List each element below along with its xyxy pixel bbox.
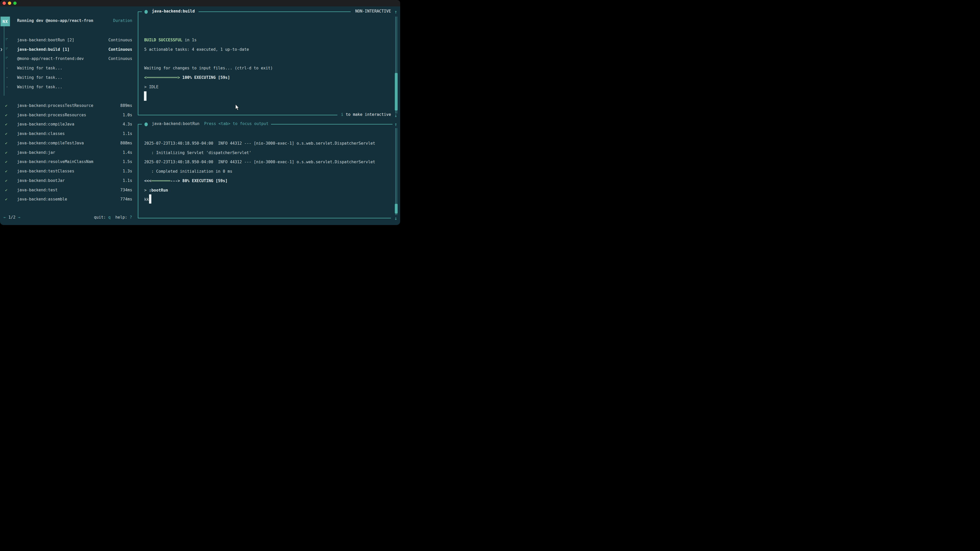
running-task-list: ⠋ java-backend:bootRun [2] Continuous ❯ … <box>0 35 132 92</box>
log-line: 2025-07-23T13:40:18.950-04:00 INFO 44312… <box>144 139 394 148</box>
output-line: 5 actionable tasks: 4 executed, 1 up-to-… <box>144 44 394 54</box>
pane1-scroll-up-icon[interactable]: ↑ <box>393 10 399 14</box>
log-line: : Initializing Servlet 'dispatcherServle… <box>144 148 394 157</box>
task-row[interactable]: ✔ java-backend:processTestResource 889ms <box>0 101 132 110</box>
check-icon: ✔ <box>5 131 7 136</box>
quit-key: q <box>108 215 110 220</box>
pane1-scrollbar-thumb[interactable] <box>395 73 398 110</box>
pane2-title[interactable]: java-backend:bootRun <box>152 121 200 126</box>
task-row[interactable]: ✔ java-backend:processResources 1.0s <box>0 110 132 120</box>
task-row[interactable]: ⠋ @mono-app/react-frontend:dev Continuou… <box>0 54 132 64</box>
task-name: java-backend:bootJar <box>17 178 65 183</box>
pane1-block-cursor <box>144 91 146 101</box>
task-row[interactable]: ✔ java-backend:resolveMainClassNam 1.5s <box>0 157 132 167</box>
task-row[interactable]: ✔ java-backend:test 734ms <box>0 185 132 195</box>
waiting-dot-icon: · <box>6 75 8 80</box>
page-count <box>6 215 8 220</box>
check-icon: ✔ <box>5 122 7 127</box>
check-icon: ✔ <box>5 159 7 164</box>
task-row-selected[interactable]: ❯ ⠋ java-backend:build [1] Continuous <box>0 44 132 54</box>
page-right-arrow-icon[interactable]: → <box>18 215 20 220</box>
bar-fill: ═════════════ <box>146 75 177 80</box>
pane2-scrollbar-track[interactable] <box>395 128 397 215</box>
mouse-cursor-icon <box>235 104 240 111</box>
bar-fill: ════════ <box>151 179 170 183</box>
pane1-mode-label: NON-INTERACTIVE <box>355 9 391 14</box>
output-line: BUILD SUCCESSFUL in 1s <box>144 35 394 45</box>
task-duration: 1.0s <box>123 113 132 118</box>
pane1-output: BUILD SUCCESSFUL in 1s 5 actionable task… <box>144 35 394 92</box>
task-row[interactable]: · Waiting for task... <box>0 73 132 83</box>
build-status: BUILD SUCCESSFUL <box>144 38 182 42</box>
task-row[interactable]: ⠋ java-backend:bootRun [2] Continuous <box>0 35 132 45</box>
task-summary: 5 actionable tasks: 4 executed, 1 up-to-… <box>144 47 249 52</box>
task-status: Continuous <box>108 38 132 42</box>
quit-label: quit: <box>94 215 106 220</box>
interactive-key: i <box>341 112 343 117</box>
task-duration: 1.5s <box>123 159 132 164</box>
task-row[interactable]: ✔ java-backend:jar 1.4s <box>0 148 132 157</box>
task-name: Waiting for task... <box>17 85 62 89</box>
window-titlebar <box>0 0 400 6</box>
pane1-status-dot-icon <box>145 10 148 14</box>
pane1-header-line <box>199 11 351 12</box>
task-row[interactable]: ✔ java-backend:testClasses 1.3s <box>0 167 132 176</box>
check-icon: ✔ <box>5 141 7 145</box>
task-row[interactable]: ✔ java-backend:bootJar 1.1s <box>0 176 132 186</box>
task-duration: 808ms <box>120 141 132 145</box>
sidebar-footer: ← 1/2 → quit: q help: ? <box>0 215 138 221</box>
pane1-corner-line <box>138 11 142 12</box>
waiting-dot-icon: · <box>6 66 8 70</box>
task-name: java-backend:resolveMainClassNam <box>17 159 94 164</box>
terminal-window: NX Running dev @mono-app/react-fron Dura… <box>0 0 400 225</box>
prompt-caret: > <box>144 188 149 192</box>
task-row[interactable]: ✔ java-backend:compileJava 4.3s <box>0 120 132 129</box>
task-name: Waiting for task... <box>17 66 62 70</box>
pane2-scrollbar-thumb[interactable] <box>395 204 398 213</box>
check-icon: ✔ <box>5 113 7 118</box>
task-name: java-backend:assemble <box>17 197 67 202</box>
idle-status: > IDLE <box>144 85 159 89</box>
pane2-corner-line <box>138 124 142 124</box>
task-name: java-backend:classes <box>17 131 65 136</box>
task-status: Continuous <box>108 47 132 52</box>
task-row[interactable]: · Waiting for task... <box>0 82 132 92</box>
task-duration: 1.3s <box>123 169 132 173</box>
selection-caret-icon: ❯ <box>0 47 3 52</box>
task-duration: 1.1s <box>123 131 132 136</box>
pane2-block-cursor <box>149 194 151 203</box>
task-duration: 774ms <box>120 197 132 202</box>
pane2-scroll-down-icon[interactable]: ↓ <box>393 216 399 221</box>
task-duration: 1.4s <box>123 150 132 155</box>
page-number: 1/2 <box>8 215 16 220</box>
page-indicator[interactable]: ← 1/2 → <box>3 215 20 220</box>
task-row[interactable]: ✔ java-backend:classes 1.1s <box>0 129 132 138</box>
task-duration: 734ms <box>120 188 132 192</box>
pane1-footer-hint: i to make interactive <box>341 112 391 117</box>
minimize-button[interactable] <box>8 2 11 5</box>
zoom-button[interactable] <box>13 2 17 5</box>
task-duration: 889ms <box>120 103 132 108</box>
progress-bar: <<<════════---> 80% EXECUTING [59s] <box>144 176 394 186</box>
task-row[interactable]: · Waiting for task... <box>0 64 132 73</box>
input-line[interactable]: kk <box>144 195 394 204</box>
task-row[interactable]: ✔ java-backend:compileTestJava 808ms <box>0 138 132 148</box>
pane2-scroll-up-icon[interactable]: ↑ <box>393 122 399 127</box>
check-icon: ✔ <box>5 150 7 155</box>
bar-left: <<< <box>144 179 151 183</box>
build-time: in 1s <box>182 38 197 42</box>
spinner-icon: ⠋ <box>5 56 8 61</box>
task-name: @mono-app/react-frontend:dev <box>17 56 84 61</box>
check-icon: ✔ <box>5 103 7 108</box>
task-row[interactable]: ✔ java-backend:assemble 774ms <box>0 195 132 204</box>
nx-tui: NX Running dev @mono-app/react-fron Dura… <box>0 6 400 225</box>
pane1-scroll-down-icon[interactable]: ↓ <box>393 113 399 118</box>
close-button[interactable] <box>3 2 6 5</box>
waiting-dot-icon: · <box>6 85 8 89</box>
page-left-arrow-icon[interactable]: ← <box>3 215 6 220</box>
check-icon: ✔ <box>5 188 7 192</box>
pane1-title[interactable]: java-backend:build <box>152 9 195 14</box>
typed-text: kk <box>144 197 149 202</box>
log-text: : Initializing Servlet 'dispatcherServle… <box>144 151 251 155</box>
task-name: java-backend:compileJava <box>17 122 74 127</box>
